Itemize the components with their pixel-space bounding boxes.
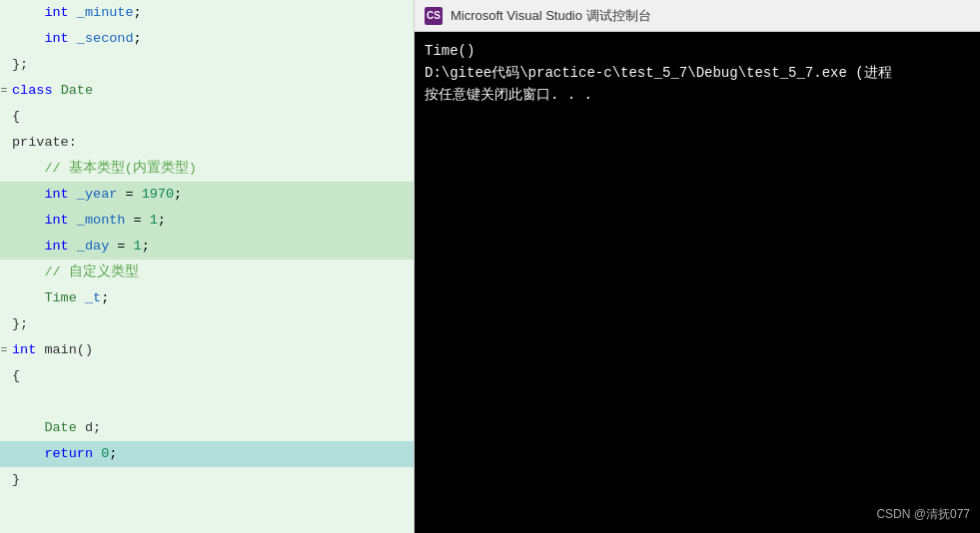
line-content: Time _t; [8, 285, 414, 311]
code-line: { [0, 363, 414, 389]
watermark: CSDN @清抚077 [876, 506, 970, 523]
code-line: // 自定义类型 [0, 260, 414, 285]
line-content: class Date [8, 78, 414, 104]
line-content: int _year = 1970; [8, 182, 414, 208]
code-line: =class Date [0, 78, 414, 104]
line-content: } [8, 467, 414, 493]
vs-icon: CS [425, 7, 443, 25]
console-line: D:\gitee代码\practice-c\test_5_7\Debug\tes… [425, 62, 970, 84]
code-line: private: [0, 130, 414, 156]
code-line: }; [0, 311, 414, 337]
line-content: // 基本类型(内置类型) [8, 156, 414, 182]
console-title: Microsoft Visual Studio 调试控制台 [451, 7, 651, 25]
console-line: Time() [425, 40, 970, 62]
line-content: int _month = 1; [8, 208, 414, 234]
code-line: int _day = 1; [0, 234, 414, 260]
console-body: Time()D:\gitee代码\practice-c\test_5_7\Deb… [415, 32, 980, 533]
line-content: int _second; [8, 26, 414, 52]
line-content: int _day = 1; [8, 234, 414, 260]
code-line: // 基本类型(内置类型) [0, 156, 414, 182]
code-line: Date d; [0, 415, 414, 441]
line-content: return 0; [8, 441, 414, 467]
code-line: int _minute; [0, 0, 414, 26]
right-panel: CS Microsoft Visual Studio 调试控制台 Time()D… [415, 0, 980, 533]
code-line: int _year = 1970; [0, 182, 414, 208]
console-line: 按任意键关闭此窗口. . . [425, 84, 970, 106]
code-line: return 0; [0, 441, 414, 467]
code-line: }; [0, 52, 414, 78]
code-line: int _second; [0, 26, 414, 52]
line-content: private: [8, 130, 414, 156]
code-lines: int _minute; int _second;};=class Date{p… [0, 0, 414, 493]
code-line: } [0, 467, 414, 493]
line-content: { [8, 363, 414, 389]
code-line: Time _t; [0, 285, 414, 311]
line-marker: = [0, 337, 8, 363]
code-line: =int main() [0, 337, 414, 363]
code-panel: int _minute; int _second;};=class Date{p… [0, 0, 415, 533]
line-content: int main() [8, 337, 414, 363]
line-content: }; [8, 52, 414, 78]
line-content: Date d; [8, 415, 414, 441]
line-content: }; [8, 311, 414, 337]
console-titlebar: CS Microsoft Visual Studio 调试控制台 [415, 0, 980, 32]
code-line: { [0, 104, 414, 130]
code-line [0, 389, 414, 415]
console-panel: CS Microsoft Visual Studio 调试控制台 Time()D… [415, 0, 980, 533]
code-line: int _month = 1; [0, 208, 414, 234]
line-content: int _minute; [8, 0, 414, 26]
line-content: // 自定义类型 [8, 260, 414, 285]
line-marker: = [0, 78, 8, 104]
line-content: { [8, 104, 414, 130]
